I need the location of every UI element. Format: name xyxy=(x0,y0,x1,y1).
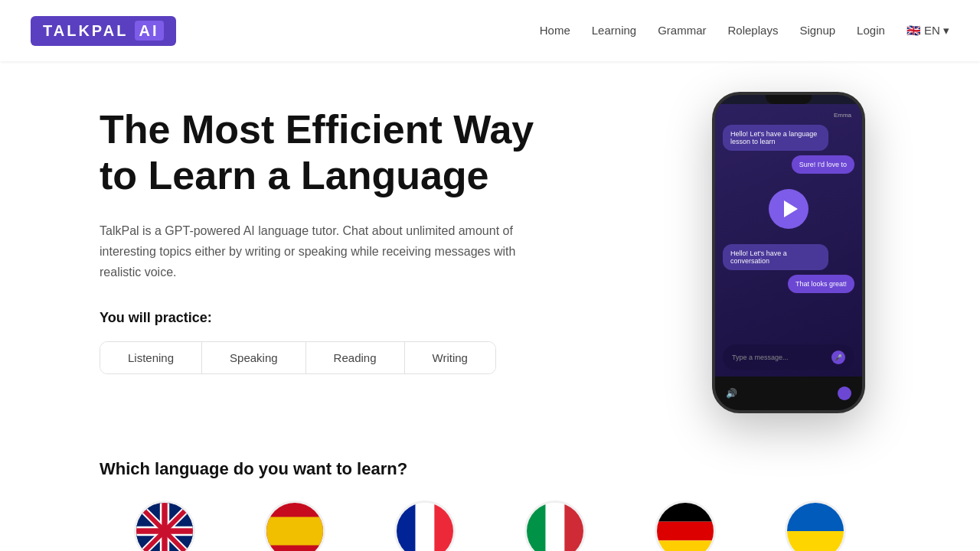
language-selector[interactable]: 🇬🇧 EN ▾ xyxy=(906,24,949,37)
skills-list: Listening Speaking Reading Writing xyxy=(100,341,496,374)
phone-screen: Emma Hello! Let's have a language lesson… xyxy=(715,104,862,377)
france-flag-svg xyxy=(397,500,453,551)
hero-content: The Most Efficient Way to Learn a Langua… xyxy=(100,107,559,374)
phone-frame: Emma Hello! Let's have a language lesson… xyxy=(712,92,865,413)
skill-writing: Writing xyxy=(405,342,495,373)
flag-french xyxy=(394,500,456,551)
logo-text: TALKPAL AI xyxy=(31,16,176,46)
lang-italian[interactable]: Italian xyxy=(490,500,620,551)
phone-input-bar[interactable]: Type a message... 🎤 xyxy=(723,344,854,370)
phone-status: Emma xyxy=(723,110,854,120)
language-question: Which language do you want to learn? xyxy=(100,459,880,479)
mic-button[interactable]: 🎤 xyxy=(831,350,845,364)
svg-rect-17 xyxy=(657,503,714,522)
play-button[interactable] xyxy=(769,189,808,229)
skill-reading: Reading xyxy=(306,342,405,373)
lang-english[interactable]: English xyxy=(100,500,230,551)
flag-spanish xyxy=(264,500,325,551)
svg-rect-20 xyxy=(787,503,844,531)
phone-bottom-bar: 🔊 xyxy=(715,377,862,410)
svg-rect-18 xyxy=(657,522,714,541)
italy-flag-svg xyxy=(527,500,583,551)
germany-flag-svg xyxy=(657,500,714,551)
svg-rect-10 xyxy=(266,517,323,546)
phone-volume-icon: 🔊 xyxy=(726,388,737,399)
lang-german[interactable]: German xyxy=(620,500,750,551)
mic-icon: 🎤 xyxy=(835,354,842,361)
nav-home[interactable]: Home xyxy=(540,24,570,37)
flag-ukrainian xyxy=(785,500,846,551)
flag-german xyxy=(655,500,716,551)
svg-rect-12 xyxy=(416,503,435,551)
hero-title: The Most Efficient Way to Learn a Langua… xyxy=(100,107,559,199)
phone-notch xyxy=(766,95,812,104)
svg-rect-16 xyxy=(564,503,583,551)
lang-spanish[interactable]: Spanish xyxy=(230,500,360,551)
ukraine-flag-svg xyxy=(787,500,844,551)
uk-flag-svg xyxy=(136,500,193,551)
nav-login[interactable]: Login xyxy=(857,24,885,37)
chat-bubble-4: That looks great! xyxy=(788,275,854,293)
svg-rect-13 xyxy=(434,503,453,551)
play-icon xyxy=(784,201,798,217)
flag-english xyxy=(134,500,195,551)
svg-rect-11 xyxy=(397,503,416,551)
lang-french[interactable]: French xyxy=(360,500,490,551)
svg-rect-15 xyxy=(546,503,565,551)
nav-roleplays[interactable]: Roleplays xyxy=(728,24,779,37)
logo-ai-badge: AI xyxy=(135,21,164,41)
svg-rect-21 xyxy=(787,531,844,551)
phone-mockup: Emma Hello! Let's have a language lesson… xyxy=(712,92,880,413)
svg-rect-14 xyxy=(527,503,546,551)
phone-spacer xyxy=(723,298,854,340)
nav-signup[interactable]: Signup xyxy=(799,24,835,37)
phone-mic-icon xyxy=(838,386,851,400)
skill-speaking: Speaking xyxy=(202,342,306,373)
spain-flag-svg xyxy=(266,500,323,551)
nav-grammar[interactable]: Grammar xyxy=(658,24,706,37)
phone-input-placeholder: Type a message... xyxy=(732,354,789,361)
nav-links: Home Learning Grammar Roleplays Signup L… xyxy=(540,24,949,37)
chat-bubble-2: Sure! I'd love to xyxy=(792,155,854,174)
hero-section: The Most Efficient Way to Learn a Langua… xyxy=(0,61,980,444)
flag-italian xyxy=(524,500,586,551)
language-section: Which language do you want to learn? Eng xyxy=(0,444,980,551)
nav-learning[interactable]: Learning xyxy=(592,24,636,37)
lang-ukrainian[interactable]: Ukrainian xyxy=(750,500,880,551)
chat-bubble-3: Hello! Let's have a conversation xyxy=(723,244,828,270)
skill-listening: Listening xyxy=(100,342,202,373)
practice-label: You will practice: xyxy=(100,310,559,326)
language-grid: English Spanish French xyxy=(100,500,880,551)
navbar: TALKPAL AI Home Learning Grammar Rolepla… xyxy=(0,0,980,61)
hero-description: TalkPal is a GPT-powered AI language tut… xyxy=(100,220,559,283)
video-area xyxy=(723,178,854,240)
chat-bubble-1: Hello! Let's have a language lesson to l… xyxy=(723,125,828,151)
logo[interactable]: TALKPAL AI xyxy=(31,16,176,46)
svg-rect-19 xyxy=(657,540,714,551)
